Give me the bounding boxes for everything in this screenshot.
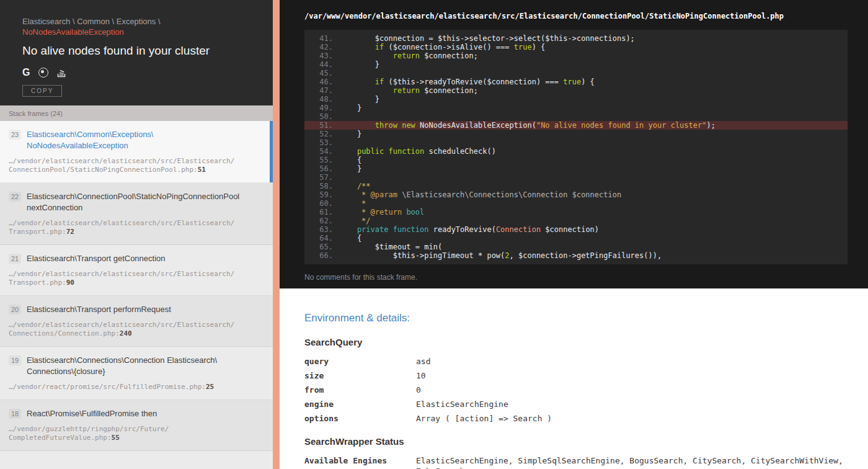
- line-number: 53.: [304, 138, 333, 147]
- code-line: 59. * @param \Elasticsearch\Connections\…: [304, 190, 848, 199]
- google-icon[interactable]: G: [22, 68, 30, 78]
- line-code: throw new NoNodesAvailableException("No …: [333, 121, 715, 130]
- line-number: 49.: [304, 104, 333, 112]
- detail-row: queryasd: [304, 355, 848, 369]
- line-number: 60.: [304, 199, 333, 208]
- frame-path: …/vendor/elasticsearch/elasticsearch/src…: [9, 321, 262, 338]
- detail-table: queryasdsize10from0engineElasticSearchEn…: [304, 355, 848, 426]
- stack-frame[interactable]: 22Elasticsearch\ConnectionPool\StaticNoP…: [0, 183, 273, 245]
- line-number: 46.: [304, 78, 333, 86]
- line-code: if ($this->readyToRevive($connection) ==…: [333, 78, 595, 86]
- line-number: 56.: [304, 164, 333, 173]
- code-line: 49. }: [304, 104, 848, 112]
- code-line: 46. if ($this->readyToRevive($connection…: [304, 78, 848, 86]
- detail-key: query: [304, 355, 416, 369]
- code-line: 63. private function readyToRevive(Conne…: [304, 225, 848, 234]
- frame-path: …/vendor/guzzlehttp/ringphp/src/Future/C…: [9, 425, 262, 442]
- frame-title: Elasticsearch\ConnectionPool\StaticNoPin…: [27, 191, 239, 213]
- stack-frame[interactable]: 21Elasticsearch\Transport getConnection……: [0, 245, 273, 296]
- detail-value: ElasticSearchEngine: [416, 398, 848, 412]
- line-code: $connection = $this->selector->select($t…: [333, 34, 635, 43]
- detail-value: 10: [416, 369, 848, 383]
- frame-path: …/vendor/elasticsearch/elasticsearch/src…: [9, 157, 262, 174]
- stack-frame[interactable]: 19Elasticsearch\Connections\Connection E…: [0, 347, 273, 400]
- detail-row: engineElasticSearchEngine: [304, 398, 848, 412]
- section-title: SearchWrapper Status: [304, 436, 848, 447]
- line-code: }: [333, 104, 361, 112]
- detail-key: options: [304, 412, 416, 426]
- stack-frame[interactable]: 18React\Promise\FulfilledPromise then…/v…: [0, 400, 273, 451]
- line-code: }: [333, 60, 379, 69]
- line-code: /**: [333, 182, 371, 190]
- left-panel: Elasticsearch \ Common \ Exceptions \ No…: [0, 0, 273, 469]
- exception-class: NoNodesAvailableException: [22, 27, 124, 37]
- frame-index: 20: [9, 305, 21, 315]
- frame-index: 18: [9, 409, 21, 419]
- stack-frame-active[interactable]: 23Elasticsearch\Common\Exceptions\NoNode…: [0, 121, 273, 183]
- line-code: */: [333, 217, 371, 225]
- exception-header: Elasticsearch \ Common \ Exceptions \ No…: [0, 0, 273, 105]
- line-number: 61.: [304, 208, 333, 217]
- detail-value: Array ( [action] => Search ): [416, 412, 848, 426]
- code-line-error: 51. throw new NoNodesAvailableException(…: [304, 121, 848, 130]
- line-code: *: [333, 199, 366, 208]
- frame-line-number: 90: [66, 279, 74, 287]
- duckduckgo-icon[interactable]: [38, 68, 48, 78]
- accent-divider: [273, 0, 280, 469]
- line-code: if ($connection->isAlive() === true) {: [333, 43, 545, 51]
- breadcrumb: Elasticsearch \ Common \ Exceptions \ No…: [22, 16, 254, 37]
- detail-row: optionsArray ( [action] => Search ): [304, 412, 848, 426]
- line-code: public function scheduleCheck(): [333, 147, 496, 156]
- stack-frames-list: 23Elasticsearch\Common\Exceptions\NoNode…: [0, 121, 273, 469]
- line-number: 47.: [304, 86, 333, 95]
- line-code: }: [333, 130, 361, 138]
- line-code: {: [333, 156, 361, 164]
- code-line: 45.: [304, 69, 848, 78]
- line-code: $timeout = min(: [333, 243, 442, 251]
- line-number: 52.: [304, 130, 333, 138]
- right-panel: /var/www/vendor/elasticsearch/elasticsea…: [280, 0, 868, 469]
- line-code: * @param \Elasticsearch\Connections\Conn…: [333, 190, 621, 199]
- line-number: 42.: [304, 43, 333, 51]
- stack-frame[interactable]: 20Elasticsearch\Transport performRequest…: [0, 296, 273, 347]
- code-line: 42. if ($connection->isAlive() === true)…: [304, 43, 848, 51]
- code-line: 57.: [304, 173, 848, 182]
- code-line: 66. $this->pingTimeout * pow(2, $connect…: [304, 251, 848, 260]
- line-number: 58.: [304, 182, 333, 190]
- frame-index: 23: [9, 130, 21, 140]
- code-line: 55. {: [304, 156, 848, 164]
- code-line: 53.: [304, 138, 848, 147]
- frame-title: React\Promise\FulfilledPromise then: [27, 408, 157, 419]
- exception-namespace: Elasticsearch \ Common \ Exceptions \: [22, 17, 161, 26]
- line-code: [333, 69, 339, 78]
- stack-frames-label: Stack frames (24): [0, 105, 273, 121]
- line-number: 48.: [304, 95, 333, 104]
- line-number: 41.: [304, 34, 333, 43]
- frame-title: Elasticsearch\Transport performRequest: [27, 304, 171, 315]
- frame-index: 19: [9, 355, 21, 365]
- frame-line-number: 240: [120, 329, 132, 337]
- frame-line-number: 25: [206, 383, 214, 391]
- line-number: 62.: [304, 217, 333, 225]
- detail-row: Available EnginesElasticSearchEngine, Si…: [304, 454, 848, 469]
- line-number: 59.: [304, 190, 333, 199]
- detail-row: from0: [304, 383, 848, 398]
- whoops-error-page: Elasticsearch \ Common \ Exceptions \ No…: [0, 0, 868, 469]
- detail-value: 0: [416, 383, 848, 398]
- copy-button[interactable]: COPY: [22, 85, 62, 97]
- code-line: 47. return $connection;: [304, 86, 848, 95]
- code-line: 50.: [304, 112, 848, 121]
- frame-title: Elasticsearch\Connections\Connection Ela…: [27, 355, 217, 377]
- frame-path: …/vendor/react/promise/src/FulfilledProm…: [9, 383, 262, 391]
- detail-table: Available EnginesElasticSearchEngine, Si…: [304, 454, 848, 469]
- line-code: {: [333, 234, 361, 243]
- stackoverflow-icon[interactable]: [57, 68, 66, 78]
- line-code: [333, 138, 339, 147]
- exception-message: No alive nodes found in your cluster: [22, 43, 254, 58]
- search-links-row: G: [22, 67, 254, 78]
- line-code: return $connection;: [333, 86, 478, 95]
- line-code: return $connection;: [333, 51, 478, 60]
- detail-key: Available Engines: [304, 454, 416, 469]
- line-code: [333, 112, 339, 121]
- code-line: 62. */: [304, 217, 848, 225]
